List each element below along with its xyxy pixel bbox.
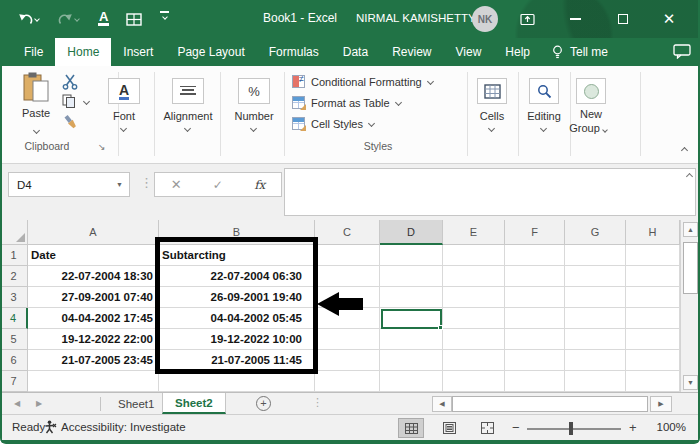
row-header-7[interactable]: 7 [0,371,28,392]
cell-C5[interactable] [315,329,380,350]
column-header-A[interactable]: A [28,220,159,245]
page-break-view-button[interactable] [474,418,500,438]
scroll-down-button[interactable]: ▼ [683,375,698,390]
page-layout-view-button[interactable] [436,418,462,438]
column-header-E[interactable]: E [443,220,505,245]
insert-function-button[interactable]: fx [254,178,265,192]
tab-page-layout[interactable]: Page Layout [165,38,256,66]
cells-group-button[interactable] [477,78,507,104]
tell-me-button[interactable]: Tell me [542,38,618,66]
row-header-2[interactable]: 2 [0,266,28,287]
cell-B2[interactable]: 22-07-2004 06:30 [159,266,315,287]
cell-F7[interactable] [505,371,565,392]
cell-F1[interactable] [505,245,565,266]
copy-button[interactable] [62,94,76,113]
sheet-nav-right-icon[interactable]: ▶ [36,399,42,408]
name-box-dropdown-icon[interactable]: ▼ [116,181,123,188]
cell-C1[interactable] [315,245,380,266]
cell-E6[interactable] [443,350,505,371]
new-group-button[interactable] [576,78,606,104]
tab-data[interactable]: Data [331,38,380,66]
cell-D7[interactable] [380,371,443,392]
close-button[interactable]: ✕ [656,8,682,30]
tab-home[interactable]: Home [55,38,111,66]
font-group-button[interactable]: A [108,78,140,104]
cell-H2[interactable] [626,266,680,287]
cancel-entry-button[interactable]: ✕ [171,177,182,192]
sheet-nav-left-icon[interactable]: ◀ [14,399,20,408]
horizontal-scrollbar[interactable] [452,396,648,412]
column-header-F[interactable]: F [505,220,565,245]
font-group-dropdown[interactable] [120,125,127,132]
vertical-scrollbar[interactable]: ▲ ▼ [680,220,700,392]
undo-button[interactable] [18,9,39,29]
fill-handle[interactable] [438,325,443,330]
scroll-up-button[interactable]: ▲ [683,222,698,237]
tab-view[interactable]: View [444,38,494,66]
format-painter-button[interactable] [62,114,79,134]
column-header-C[interactable]: C [315,220,380,245]
formula-input[interactable] [284,168,696,216]
name-box[interactable]: D4 ▼ [8,172,130,197]
zoom-in-button[interactable]: + [629,420,637,435]
normal-view-button[interactable] [398,418,424,438]
styles-item-conditional-formatting[interactable]: Conditional Formatting [292,72,433,91]
column-header-B[interactable]: B [159,220,315,245]
copy-dropdown[interactable] [83,98,90,105]
cell-D5[interactable] [380,329,443,350]
row-header-3[interactable]: 3 [0,287,28,308]
accessibility-status[interactable]: Accessibility: Investigate [44,420,186,434]
alignment-group-button[interactable] [172,78,204,104]
cell-H7[interactable] [626,371,680,392]
zoom-out-button[interactable]: − [512,420,520,435]
collapse-ribbon-button[interactable] [681,147,688,154]
tab-help[interactable]: Help [493,38,542,66]
cell-A4[interactable]: 04-04-2002 17:45 [28,308,159,329]
zoom-level[interactable]: 100% [646,421,686,433]
cell-B1[interactable]: Subtarcting [159,245,315,266]
cell-D1[interactable] [380,245,443,266]
cell-C7[interactable] [315,371,380,392]
cell-F5[interactable] [505,329,565,350]
cell-F6[interactable] [505,350,565,371]
cell-G2[interactable] [565,266,626,287]
minimize-button[interactable] [562,8,588,30]
cell-A6[interactable]: 21-07-2005 23:45 [28,350,159,371]
cell-B3[interactable]: 26-09-2001 19:40 [159,287,315,308]
editing-group-dropdown[interactable] [540,125,547,132]
cell-G1[interactable] [565,245,626,266]
number-group-dropdown[interactable] [250,125,257,132]
cut-button[interactable] [62,74,78,94]
ribbon-display-options-button[interactable] [514,8,540,30]
zoom-slider-track[interactable] [527,428,621,430]
column-header-D[interactable]: D [380,220,443,245]
cells-group-dropdown[interactable] [488,125,495,132]
cell-A7[interactable] [28,371,159,392]
cell-B6[interactable]: 21-07-2005 11:45 [159,350,315,371]
cell-B7[interactable] [159,371,315,392]
cell-D6[interactable] [380,350,443,371]
number-group-button[interactable]: % [238,78,270,104]
tab-file[interactable]: File [12,38,55,66]
font-color-button[interactable]: A [98,8,109,28]
cell-G7[interactable] [565,371,626,392]
borders-button[interactable] [126,9,142,29]
cell-D2[interactable] [380,266,443,287]
cell-H6[interactable] [626,350,680,371]
cell-A5[interactable]: 19-12-2022 22:00 [28,329,159,350]
tab-formulas[interactable]: Formulas [257,38,331,66]
select-all-corner[interactable] [0,220,28,245]
cell-E4[interactable] [443,308,505,329]
cell-F4[interactable] [505,308,565,329]
column-header-G[interactable]: G [565,220,626,245]
tab-review[interactable]: Review [380,38,443,66]
cell-B5[interactable]: 19-12-2022 10:00 [159,329,315,350]
cell-E5[interactable] [443,329,505,350]
cell-H4[interactable] [626,308,680,329]
cell-G5[interactable] [565,329,626,350]
sheet-tab-sheet1[interactable]: Sheet1 [106,393,166,414]
cell-A3[interactable]: 27-09-2001 07:40 [28,287,159,308]
paste-button[interactable]: Paste [14,72,58,137]
cell-H1[interactable] [626,245,680,266]
cell-A2[interactable]: 22-07-2004 18:30 [28,266,159,287]
